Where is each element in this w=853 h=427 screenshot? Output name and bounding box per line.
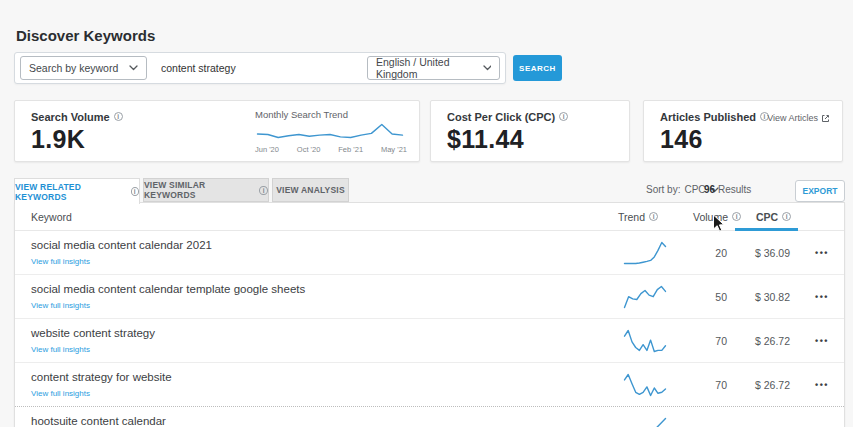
results-count: 96 Results	[704, 184, 751, 195]
table-row: social media content calendar template g…	[15, 275, 844, 319]
info-icon[interactable]	[259, 186, 268, 195]
table-header: Keyword Trend Volume CPC	[15, 203, 844, 231]
trend-sparkline	[622, 372, 668, 398]
trend-sparkline	[622, 416, 668, 427]
trend-x-label: May '21	[381, 145, 407, 154]
info-icon[interactable]	[782, 212, 791, 221]
export-button[interactable]: EXPORT	[795, 180, 845, 202]
chevron-down-icon	[483, 65, 491, 71]
articles-value: 146	[660, 125, 703, 154]
cpc-value: $ 26.72	[755, 319, 790, 363]
table-row: website content strategy View full insig…	[15, 319, 844, 363]
column-header-cpc[interactable]: CPC	[756, 203, 791, 231]
view-full-insights-link[interactable]: View full insights	[31, 301, 90, 310]
view-full-insights-link[interactable]: View full insights	[31, 257, 90, 266]
row-menu-button[interactable]	[815, 363, 829, 407]
keyword-text: social media content calendar 2021	[31, 239, 212, 251]
monthly-search-trend: Monthly Search Trend Jun '20 Oct '20 Feb…	[255, 109, 407, 154]
column-header-keyword[interactable]: Keyword	[31, 203, 72, 231]
trend-sparkline	[622, 328, 668, 354]
column-header-trend[interactable]: Trend	[618, 203, 658, 231]
search-mode-value: Search by keyword	[29, 62, 118, 74]
view-full-insights-link[interactable]: View full insights	[31, 389, 90, 398]
keyword-text: website content strategy	[31, 327, 155, 339]
cpc-label: Cost Per Click (CPC)	[447, 111, 568, 123]
cpc-value: $ 26.72	[755, 363, 790, 407]
search-volume-label: Search Volume	[31, 111, 123, 123]
volume-value: 20	[677, 231, 727, 275]
table-row: hootsuite content calendar	[15, 407, 844, 427]
search-volume-card: Search Volume 1.9K Monthly Search Trend …	[14, 100, 420, 162]
cpc-card: Cost Per Click (CPC) $11.44	[430, 100, 630, 162]
view-articles-link[interactable]: View Articles	[767, 113, 830, 123]
keywords-table: Keyword Trend Volume CPC social media co…	[14, 202, 845, 427]
page-title: Discover Keywords	[16, 27, 155, 44]
row-menu-button[interactable]	[815, 319, 829, 363]
trend-x-label: Jun '20	[255, 145, 279, 154]
search-volume-value: 1.9K	[31, 125, 85, 154]
info-icon[interactable]	[131, 187, 139, 196]
row-menu-button[interactable]	[815, 275, 829, 319]
search-button[interactable]: SEARCH	[513, 55, 562, 81]
keyword-text: social media content calendar template g…	[31, 283, 305, 295]
trend-sparkline	[622, 284, 668, 310]
trend-x-label: Feb '21	[338, 145, 363, 154]
view-full-insights-link[interactable]: View full insights	[31, 345, 90, 354]
language-select[interactable]: English / United Kingdom	[367, 56, 500, 80]
search-mode-select[interactable]: Search by keyword	[20, 56, 147, 80]
table-row: content strategy for website View full i…	[15, 363, 844, 407]
volume-value: 70	[677, 319, 727, 363]
external-link-icon	[821, 114, 830, 123]
language-value: English / United Kingdom	[376, 56, 483, 80]
cpc-value: $ 36.09	[755, 231, 790, 275]
info-icon[interactable]	[114, 112, 123, 121]
volume-value: 50	[677, 275, 727, 319]
info-icon[interactable]	[649, 212, 658, 221]
articles-label: Articles Published	[660, 111, 769, 123]
cpc-value: $ 30.82	[755, 275, 790, 319]
cpc-value: $11.44	[447, 125, 524, 154]
chevron-down-icon	[129, 65, 138, 71]
column-header-volume[interactable]: Volume	[693, 203, 741, 231]
trend-sparkline	[622, 240, 668, 266]
tab-view-similar-keywords[interactable]: VIEW SIMILAR KEYWORDS	[143, 178, 269, 202]
info-icon[interactable]	[559, 112, 568, 121]
keyword-text: hootsuite content calendar	[31, 415, 166, 427]
volume-value: 70	[677, 363, 727, 407]
tab-view-analysis[interactable]: VIEW ANALYSIS	[272, 178, 349, 202]
sort-by-value: CPC	[684, 184, 705, 195]
search-bar: Search by keyword English / United Kingd…	[14, 52, 506, 84]
row-menu-button[interactable]	[815, 231, 829, 275]
info-icon[interactable]	[732, 212, 741, 221]
articles-card: Articles Published View Articles 146	[643, 100, 843, 162]
monthly-trend-title: Monthly Search Trend	[255, 109, 407, 120]
monthly-trend-sparkline	[255, 122, 405, 140]
keyword-text: content strategy for website	[31, 371, 172, 383]
trend-x-label: Oct '20	[297, 145, 321, 154]
sort-by-label: Sort by:	[646, 184, 680, 195]
table-row: social media content calendar 2021 View …	[15, 231, 844, 275]
tab-view-related-keywords[interactable]: VIEW RELATED KEYWORDS	[14, 178, 140, 204]
search-input[interactable]	[161, 62, 367, 74]
